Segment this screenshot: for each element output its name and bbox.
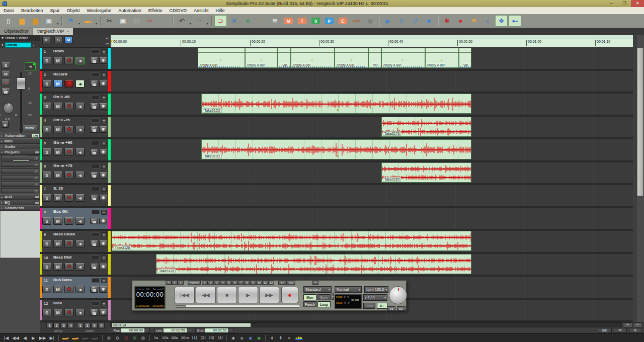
audio-clip[interactable]: ♪Take3128 [112, 231, 471, 251]
minimize-button[interactable]: ─ [605, 0, 618, 7]
track-header-10[interactable]: 10Bass Dist▾SM◄✱ [40, 254, 111, 277]
menu-datei[interactable]: Datei [0, 8, 18, 13]
paste-icon[interactable]: ▤ [130, 15, 143, 27]
copy-icon[interactable]: ▣ [117, 15, 129, 27]
mixdown-icon[interactable]: ≣ [468, 15, 480, 27]
horizontal-scrollbar-thumb[interactable]: 00:01:14 [112, 323, 251, 327]
editor-mute-button[interactable]: M [2, 71, 10, 77]
end-value[interactable]: 00:02:59 [205, 328, 228, 332]
track-monitor-button[interactable]: ◄ [75, 309, 85, 316]
track-solo-button[interactable]: S [42, 240, 51, 247]
section-eq[interactable]: ▸EQ [0, 200, 40, 205]
marker-8[interactable]: 8 [244, 281, 250, 285]
track-monitor-button[interactable]: ◄ [75, 103, 85, 110]
zoom-minus-button[interactable]: − [633, 322, 642, 327]
menu-effekte[interactable]: Effekte [145, 8, 166, 13]
track-collapse-icon[interactable]: ▾ [101, 49, 107, 54]
track-lock-button[interactable] [90, 218, 98, 224]
track-settings-icon[interactable]: ✱ [99, 149, 107, 155]
mono-button[interactable]: mono [22, 125, 37, 131]
loop-play-icon[interactable]: ↻ [395, 15, 408, 27]
setup-preset-2[interactable]: 2 [53, 323, 60, 328]
scroll-vertical-button[interactable]: ⇅ [629, 328, 642, 333]
automation-read-badge[interactable]: Rd [32, 134, 39, 138]
header-grid-icon[interactable]: #▾ [106, 42, 109, 45]
midi-clip[interactable]: ♪empty 4 Bar [198, 48, 245, 68]
track-monitor-button[interactable]: ◄ [75, 80, 85, 88]
section-aux[interactable]: ▸AUX [0, 194, 40, 200]
audio-clip[interactable]: ♪Take31D2 [201, 94, 471, 114]
track-monitor-button[interactable]: ◄ [75, 217, 85, 225]
zoom-10s-button[interactable]: 10s [161, 334, 170, 341]
track-monitor-button[interactable]: ◄ [75, 126, 85, 133]
section-midi[interactable]: ▸MIDI [0, 138, 40, 144]
cut-icon[interactable]: ✂ [103, 15, 116, 27]
plugin-slot[interactable] [0, 161, 40, 168]
section-plugins[interactable]: ▾Plug-ins [0, 149, 40, 155]
menu-wiedergabe[interactable]: Wiedergabe [84, 8, 115, 13]
audio-clip[interactable]: ♪Take3176 [381, 117, 471, 137]
monitor-volume-knob[interactable] [389, 286, 407, 304]
open-folder-icon[interactable]: ▆ [16, 15, 28, 27]
track-monitor-button[interactable]: ◄ [75, 240, 85, 247]
track-header-3[interactable]: 3Gtr li -90▾SM◄✱ [40, 94, 111, 117]
zoom-preset-1[interactable]: ⟨1⟩ [191, 334, 198, 341]
time-display[interactable]: ▾ Hours : Min : Seconds 00:00:00 L 00:02… [134, 286, 166, 309]
track-editor-header[interactable]: ▾ Track Editor [0, 35, 40, 41]
zoom-1s-button[interactable]: 1s [152, 334, 160, 341]
bpm-select[interactable]: bpm 150.0 [364, 286, 388, 293]
plugin-slot[interactable] [0, 155, 40, 161]
crossfade-editor-icon[interactable]: ✕ [242, 15, 254, 27]
midi-clip[interactable]: Var [278, 48, 291, 68]
track-monitor-button[interactable]: ◄ [75, 194, 85, 202]
marker-11[interactable]: 11 [262, 281, 268, 285]
track-settings-icon[interactable]: ✱ [99, 264, 107, 270]
marker-3[interactable]: 3 [214, 281, 220, 285]
track-solo-button[interactable]: S [42, 194, 51, 202]
marker-12[interactable]: 12 [268, 281, 274, 285]
track-mute-button[interactable]: M [53, 240, 62, 247]
track-record-button[interactable] [64, 57, 73, 64]
track-record-button[interactable] [64, 286, 73, 293]
menu-cddvd[interactable]: CD/DVD [166, 8, 191, 13]
track-settings-icon[interactable]: ✱ [99, 57, 107, 64]
track-monitor-button[interactable]: ◄ [75, 57, 85, 64]
midi-clip[interactable]: Var [368, 48, 381, 68]
track-lock-button[interactable] [90, 172, 98, 179]
track-protect-t-icon[interactable]: T [296, 15, 308, 27]
track-solo-button[interactable]: S [42, 57, 51, 64]
split-icon[interactable]: ✂ [144, 15, 156, 27]
track-lane-7[interactable] [111, 185, 633, 208]
track-header-8[interactable]: 8Bus Git▾SM◄✱ [40, 208, 111, 231]
crossfade-icon[interactable]: ✕ [228, 15, 240, 27]
section-mini-button[interactable] [34, 201, 39, 204]
marker-6[interactable]: 6 [232, 281, 238, 285]
track-mute-button[interactable]: M [53, 286, 62, 293]
track-header-9[interactable]: 9Bass Clean▾SM◄✱ [40, 231, 111, 254]
track-lock-button[interactable] [90, 149, 98, 155]
header-options-icon[interactable]: ♦▾ [106, 36, 109, 40]
maximize-button[interactable]: ❐ [618, 0, 631, 7]
track-collapse-icon[interactable]: ▾ [101, 301, 107, 306]
track-lock-button[interactable] [90, 264, 98, 270]
time-ruler[interactable]: 00:00:0000:00:1000:00:2000:00:3000:00:40… [111, 39, 633, 47]
click-toggle[interactable]: Click [363, 303, 375, 309]
horizontal-scrollbar[interactable]: 00:01:14 [110, 322, 622, 327]
monitor-icon[interactable]: ▪▶● [509, 15, 521, 27]
manager-icon[interactable]: ❖ [495, 15, 508, 27]
stop-button[interactable]: ■ [217, 287, 237, 303]
vertical-scrollbar[interactable] [636, 35, 644, 322]
dropdown-caret-icon[interactable]: ▾ [56, 15, 59, 27]
transport-close-icon[interactable]: × [312, 281, 318, 285]
track-mute-button[interactable]: M [53, 309, 62, 316]
plugin-slot[interactable] [0, 168, 40, 175]
track-settings-icon[interactable]: ✱ [99, 103, 107, 110]
track-settings-icon[interactable]: ✱ [99, 309, 107, 316]
zoom-60s-button[interactable]: 60s [171, 334, 179, 341]
metronome-toggle[interactable]: # ♪ [377, 303, 387, 309]
track-mute-button[interactable]: M [53, 263, 62, 271]
play-button[interactable]: ▶ [238, 287, 258, 303]
meter-icon[interactable]: ||| [481, 15, 494, 27]
midi-clip[interactable]: ♪empty 4 Bar [245, 48, 278, 68]
scroll-horizontal-button[interactable]: ⇆ [614, 328, 627, 333]
